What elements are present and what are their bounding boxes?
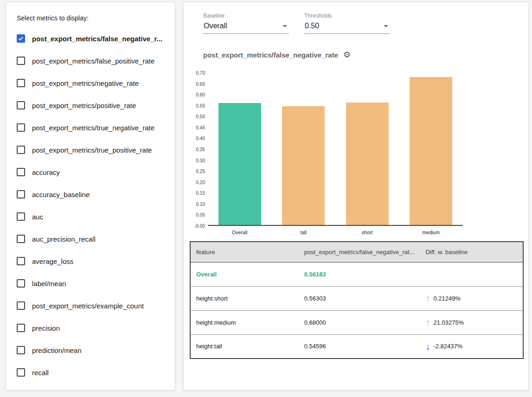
x-tick-label: Overall: [208, 227, 272, 235]
table-row[interactable]: height:short0.56303↑0.21249%: [190, 286, 523, 310]
bar-Overall[interactable]: [218, 103, 261, 225]
checkbox-unchecked[interactable]: [17, 123, 25, 132]
checkbox-unchecked[interactable]: [17, 301, 25, 310]
y-tick-label: 0.10: [196, 201, 205, 206]
metric-item[interactable]: post_export_metrics/example_count: [17, 295, 164, 317]
checkbox-unchecked[interactable]: [17, 368, 25, 377]
checkbox-unchecked[interactable]: [17, 101, 25, 109]
metric-label: prediction/mean: [32, 346, 82, 354]
metric-label: post_export_metrics/true_positive_rate: [32, 146, 152, 154]
checkbox-unchecked[interactable]: [17, 235, 25, 243]
metric-label: accuracy_baseline: [32, 191, 90, 198]
table-row[interactable]: height:tall0.54596↓-2.82437%: [190, 334, 523, 359]
metric-value-cell: 0.56303: [299, 286, 420, 310]
bar-plot: [208, 73, 463, 226]
check-icon: [18, 35, 24, 42]
y-tick-label: 0.45: [196, 125, 205, 130]
diff-cell: ↑0.21249%: [420, 286, 523, 310]
metrics-table: featurepost_export_metrics/false_negativ…: [190, 241, 524, 359]
checkbox-checked[interactable]: [17, 34, 25, 43]
diff-cell: ↓-2.82437%: [420, 334, 523, 359]
metric-label: average_loss: [32, 257, 73, 265]
checkbox-unchecked[interactable]: [17, 146, 25, 154]
table-row[interactable]: height:medium0.68000↑21.03275%: [190, 310, 523, 334]
feature-cell: Overall: [190, 262, 299, 286]
metrics-list: post_export_metrics/false_negative_r...p…: [17, 27, 164, 384]
metric-item[interactable]: label/mean: [17, 272, 164, 295]
metric-item[interactable]: auc_precision_recall: [17, 228, 164, 250]
y-tick-label: 0.25: [196, 169, 205, 174]
metric-item[interactable]: prediction/mean: [17, 339, 164, 361]
metric-item[interactable]: post_export_metrics/false_positive_rate: [17, 50, 164, 72]
bar-group: [272, 73, 336, 225]
checkbox-unchecked[interactable]: [17, 346, 25, 354]
metric-item[interactable]: recall: [17, 361, 164, 384]
baseline-dropdown-field[interactable]: Overall: [203, 21, 289, 34]
y-tick-label: 0.30: [196, 158, 205, 163]
y-tick-label: 0.35: [196, 147, 205, 152]
metric-label: post_export_metrics/true_negative_rate: [32, 124, 154, 132]
metric-value-cell: 0.68000: [299, 310, 420, 334]
metric-item[interactable]: post_export_metrics/true_negative_rate: [17, 116, 164, 139]
thresholds-dropdown-field[interactable]: 0.50: [304, 21, 390, 34]
table-header-cell: Diff. w. baseline: [420, 242, 523, 262]
x-tick-label: medium: [399, 227, 463, 235]
feature-cell: height:tall: [190, 334, 299, 359]
metric-item[interactable]: accuracy: [17, 161, 164, 183]
metric-label: precision: [32, 324, 60, 332]
table-row[interactable]: Overall0.56183: [190, 262, 523, 286]
arrow-up-icon: ↑: [425, 318, 430, 327]
y-tick-label: 0.65: [196, 81, 205, 86]
checkbox-unchecked[interactable]: [17, 79, 25, 87]
bar-chart: 0.700.650.600.550.500.450.400.350.300.25…: [184, 73, 463, 226]
table-body: Overall0.56183height:short0.56303↑0.2124…: [190, 262, 523, 359]
checkbox-unchecked[interactable]: [17, 168, 25, 176]
checkbox-unchecked[interactable]: [17, 57, 25, 65]
table-header-cell: feature: [190, 242, 299, 262]
checkbox-unchecked[interactable]: [17, 324, 25, 332]
baseline-dropdown-value: Overall: [204, 22, 227, 30]
arrow-up-icon: ↑: [425, 294, 430, 303]
metric-item[interactable]: accuracy_baseline: [17, 183, 164, 205]
y-tick-label: 0.40: [196, 136, 205, 141]
checkbox-unchecked[interactable]: [17, 257, 25, 265]
diff-value: -2.82437%: [433, 343, 462, 350]
metric-select-panel: Select metrics to display: post_export_m…: [6, 2, 175, 391]
bar-group: [208, 73, 272, 225]
metric-item[interactable]: auc: [17, 205, 164, 228]
y-tick-label: 0.20: [196, 179, 205, 185]
checkbox-unchecked[interactable]: [17, 190, 25, 198]
diff-value: 21.03275%: [433, 319, 464, 326]
metric-item[interactable]: average_loss: [17, 250, 164, 272]
settings-gear-icon[interactable]: ⚙: [343, 51, 351, 59]
checkbox-unchecked[interactable]: [17, 212, 25, 221]
metric-item[interactable]: post_export_metrics/negative_rate: [17, 72, 164, 94]
metric-item[interactable]: post_export_metrics/positive_rate: [17, 94, 164, 116]
x-tick-label: tall: [272, 227, 336, 235]
baseline-dropdown: Baseline Overall: [203, 13, 289, 34]
bar-short[interactable]: [346, 102, 389, 225]
bar-medium[interactable]: [410, 77, 452, 225]
metric-label: auc_precision_recall: [32, 235, 96, 243]
diff-cell: [420, 262, 523, 286]
metric-item[interactable]: post_export_metrics/false_negative_r...: [17, 27, 164, 50]
checkbox-unchecked[interactable]: [17, 279, 25, 288]
chevron-down-icon: [282, 25, 287, 27]
bar-tall[interactable]: [282, 106, 325, 225]
controls-row: Baseline Overall Thresholds 0.50: [203, 13, 390, 34]
metric-label: post_export_metrics/false_negative_r...: [32, 35, 162, 43]
metric-value-cell: 0.56183: [299, 262, 420, 286]
metric-label: post_export_metrics/false_positive_rate: [32, 57, 154, 65]
x-tick-label: short: [335, 227, 399, 235]
chart-y-axis: 0.700.650.600.550.500.450.400.350.300.25…: [184, 73, 208, 226]
metric-item[interactable]: post_export_metrics/true_positive_rate: [17, 139, 164, 161]
x-axis-labels: Overalltallshortmedium: [208, 227, 463, 235]
metric-item[interactable]: precision: [17, 317, 164, 339]
y-tick-label: 0.60: [196, 92, 205, 97]
diff-cell: ↑21.03275%: [420, 310, 523, 334]
metric-detail-panel: Baseline Overall Thresholds 0.50 post_ex…: [183, 2, 529, 391]
metric-label: accuracy: [32, 168, 60, 176]
feature-cell: height:medium: [190, 310, 299, 334]
baseline-dropdown-label: Baseline: [203, 13, 289, 19]
metric-select-title: Select metrics to display:: [17, 14, 164, 22]
